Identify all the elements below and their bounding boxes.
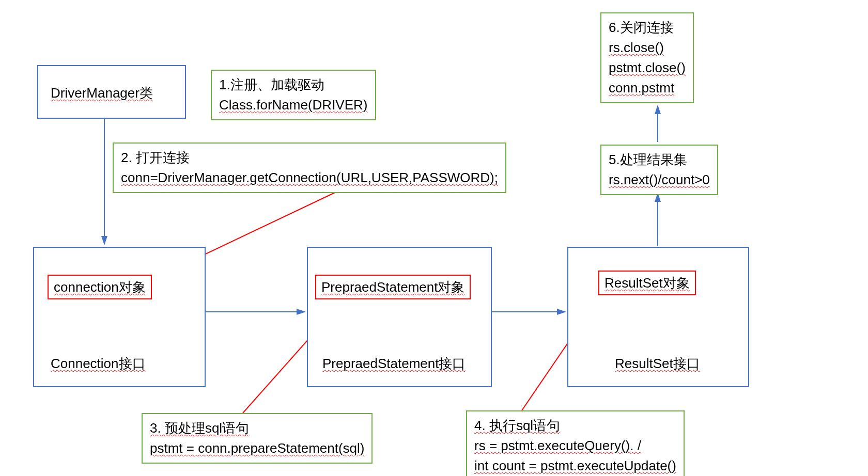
step-4-line1: 4. 执行sql语句 — [474, 418, 560, 433]
driver-manager-label: DriverManager类 — [51, 85, 153, 101]
step-1-line2: Class.forName(DRIVER) — [219, 97, 368, 113]
step-5-line2: rs.next()/count>0 — [609, 172, 710, 187]
prepstmt-if-label: PrepraedStatement接口 — [322, 356, 466, 371]
step-5-line1: 5.处理结果集 — [609, 150, 710, 170]
step-3-line1: 3. 预处理sql语句 — [150, 420, 249, 436]
step-6-line1: 6.关闭连接 — [609, 18, 686, 38]
step-6-line3: pstmt.close() — [609, 60, 686, 75]
step-1-line1: 1.注册、加载驱动 — [219, 75, 368, 95]
step-4: 4. 执行sql语句 rs = pstmt.executeQuery(). / … — [466, 410, 685, 476]
step-2-line2: conn=DriverManager.getConnection(URL,USE… — [121, 170, 498, 185]
resultset-obj-label: ResultSet对象 — [605, 275, 690, 291]
step-6-line4: conn.pstmt — [609, 80, 674, 96]
node-driver-manager: DriverManager类 — [37, 65, 186, 119]
step-3: 3. 预处理sql语句 pstmt = conn.prepareStatemen… — [142, 413, 373, 464]
step-2-line1: 2. 打开连接 — [121, 148, 498, 168]
node-result-set: ResultSet接口 — [567, 247, 749, 387]
prepared-statement-object: PrepraedStatement对象 — [315, 275, 471, 299]
step-2: 2. 打开连接 conn=DriverManager.getConnection… — [113, 142, 506, 193]
step-4-line2: rs = pstmt.executeQuery(). / — [474, 438, 641, 453]
node-prepared-statement: PrepraedStatement接口 — [307, 247, 492, 387]
step-1: 1.注册、加载驱动 Class.forName(DRIVER) — [211, 70, 376, 120]
prepstmt-obj-label: PrepraedStatement对象 — [321, 279, 464, 295]
connection-obj-label: connection对象 — [54, 279, 146, 295]
step-3-line2: pstmt = conn.prepareStatement(sql) — [150, 440, 364, 456]
result-set-object: ResultSet对象 — [598, 271, 696, 295]
step-4-line3: int count = pstmt.executeUpdate() — [474, 458, 676, 473]
node-connection: Connection接口 — [33, 247, 206, 387]
resultset-if-label: ResultSet接口 — [615, 356, 700, 371]
step-6: 6.关闭连接 rs.close() pstmt.close() conn.pst… — [600, 12, 694, 103]
step-5: 5.处理结果集 rs.next()/count>0 — [600, 145, 718, 195]
connection-object: connection对象 — [48, 275, 152, 299]
connection-if-label: Connection接口 — [51, 356, 146, 371]
step-6-line2: rs.close() — [609, 40, 664, 55]
